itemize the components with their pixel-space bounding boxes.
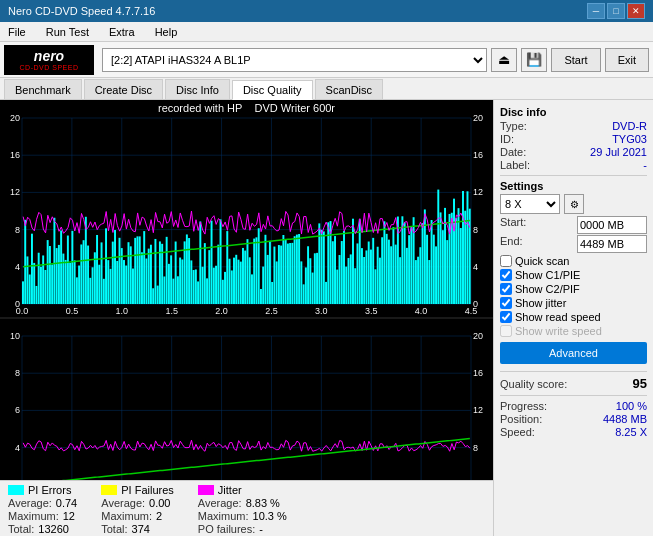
jitter-title: Jitter	[218, 484, 242, 496]
main-content: PI Errors Average: 0.74 Maximum: 12 Tota…	[0, 100, 653, 536]
speed-row: 8 X ⚙	[500, 194, 647, 214]
progress-row: Progress: 100 %	[500, 400, 647, 412]
progress-value: 100 %	[616, 400, 647, 412]
show-read-speed-label: Show read speed	[515, 311, 601, 323]
pi-failures-total: Total: 374	[101, 523, 174, 535]
pi-errors-title: PI Errors	[28, 484, 71, 496]
progress-label: Progress:	[500, 400, 547, 412]
disc-label-label: Label:	[500, 159, 530, 171]
menu-file[interactable]: File	[4, 24, 30, 40]
menubar: File Run Test Extra Help	[0, 22, 653, 42]
drive-selector[interactable]: [2:2] ATAPI iHAS324 A BL1P	[102, 48, 487, 72]
show-write-speed-checkbox[interactable]	[500, 325, 512, 337]
divider2	[500, 371, 647, 372]
nero-logo-text: nero	[34, 48, 64, 64]
right-panel: Disc info Type: DVD-R ID: TYG03 Date: 29…	[493, 100, 653, 536]
jitter-average: Average: 8.83 %	[198, 497, 287, 509]
tab-create-disc[interactable]: Create Disc	[84, 79, 163, 99]
disc-label-row: Label: -	[500, 159, 647, 171]
show-write-speed-row: Show write speed	[500, 325, 647, 337]
pi-errors-total: Total: 13260	[8, 523, 77, 535]
tab-scandisc[interactable]: ScanDisc	[315, 79, 383, 99]
tab-benchmark[interactable]: Benchmark	[4, 79, 82, 99]
start-mb-row: Start:	[500, 216, 647, 234]
exit-button[interactable]: Exit	[605, 48, 649, 72]
start-button[interactable]: Start	[551, 48, 600, 72]
quality-score-row: Quality score: 95	[500, 376, 647, 391]
divider3	[500, 395, 647, 396]
position-label: Position:	[500, 413, 542, 425]
disc-date-value: 29 Jul 2021	[590, 146, 647, 158]
show-read-speed-row: Show read speed	[500, 311, 647, 323]
show-jitter-row: Show jitter	[500, 297, 647, 309]
titlebar: Nero CD-DVD Speed 4.7.7.16 ─ □ ✕	[0, 0, 653, 22]
legend-pi-failures: PI Failures Average: 0.00 Maximum: 2 Tot…	[101, 484, 174, 535]
jitter-color	[198, 485, 214, 495]
end-mb-row: End:	[500, 235, 647, 253]
end-mb-label: End:	[500, 235, 523, 253]
pi-failures-title: PI Failures	[121, 484, 174, 496]
charts-canvas-area	[0, 100, 493, 536]
show-c2-label: Show C2/PIF	[515, 283, 580, 295]
legend-pi-errors: PI Errors Average: 0.74 Maximum: 12 Tota…	[8, 484, 77, 535]
close-button[interactable]: ✕	[627, 3, 645, 19]
disc-label-value: -	[643, 159, 647, 171]
pi-failures-color	[101, 485, 117, 495]
disc-type-row: Type: DVD-R	[500, 120, 647, 132]
jitter-po-failures: PO failures: -	[198, 523, 287, 535]
pi-errors-maximum: Maximum: 12	[8, 510, 77, 522]
titlebar-controls: ─ □ ✕	[587, 3, 645, 19]
maximize-button[interactable]: □	[607, 3, 625, 19]
position-value: 4488 MB	[603, 413, 647, 425]
quick-scan-checkbox[interactable]	[500, 255, 512, 267]
disc-type-value: DVD-R	[612, 120, 647, 132]
jitter-maximum: Maximum: 10.3 %	[198, 510, 287, 522]
position-row: Position: 4488 MB	[500, 413, 647, 425]
minimize-button[interactable]: ─	[587, 3, 605, 19]
show-read-speed-checkbox[interactable]	[500, 311, 512, 323]
disc-date-row: Date: 29 Jul 2021	[500, 146, 647, 158]
show-c2-row: Show C2/PIF	[500, 283, 647, 295]
end-mb-input[interactable]	[577, 235, 647, 253]
quality-score-value: 95	[633, 376, 647, 391]
menu-runtest[interactable]: Run Test	[42, 24, 93, 40]
show-write-speed-label: Show write speed	[515, 325, 602, 337]
disc-id-label: ID:	[500, 133, 514, 145]
charts-wrapper: PI Errors Average: 0.74 Maximum: 12 Tota…	[0, 100, 493, 536]
quick-scan-label: Quick scan	[515, 255, 569, 267]
advanced-button[interactable]: Advanced	[500, 342, 647, 364]
show-c1-row: Show C1/PIE	[500, 269, 647, 281]
speed-row2: Speed: 8.25 X	[500, 426, 647, 438]
toolbar: nero CD-DVD SPEED [2:2] ATAPI iHAS324 A …	[0, 42, 653, 78]
eject-icon-btn[interactable]: ⏏	[491, 48, 517, 72]
save-icon-btn[interactable]: 💾	[521, 48, 547, 72]
speed-select[interactable]: 8 X	[500, 194, 560, 214]
start-mb-input[interactable]	[577, 216, 647, 234]
quick-scan-row: Quick scan	[500, 255, 647, 267]
titlebar-title: Nero CD-DVD Speed 4.7.7.16	[8, 5, 155, 17]
tab-disc-quality[interactable]: Disc Quality	[232, 80, 313, 100]
show-jitter-checkbox[interactable]	[500, 297, 512, 309]
disc-date-label: Date:	[500, 146, 526, 158]
tab-disc-info[interactable]: Disc Info	[165, 79, 230, 99]
show-jitter-label: Show jitter	[515, 297, 566, 309]
show-c1-label: Show C1/PIE	[515, 269, 580, 281]
start-mb-label: Start:	[500, 216, 526, 234]
nero-logo-sub: CD-DVD SPEED	[20, 64, 79, 71]
quality-score-label: Quality score:	[500, 378, 567, 390]
settings-icon-btn[interactable]: ⚙	[564, 194, 584, 214]
show-c2-checkbox[interactable]	[500, 283, 512, 295]
menu-help[interactable]: Help	[151, 24, 182, 40]
menu-extra[interactable]: Extra	[105, 24, 139, 40]
pi-failures-maximum: Maximum: 2	[101, 510, 174, 522]
pi-errors-average: Average: 0.74	[8, 497, 77, 509]
speed-label: Speed:	[500, 426, 535, 438]
disc-id-row: ID: TYG03	[500, 133, 647, 145]
show-c1-checkbox[interactable]	[500, 269, 512, 281]
disc-info-title: Disc info	[500, 106, 647, 118]
nero-logo: nero CD-DVD SPEED	[4, 45, 94, 75]
pi-failures-average: Average: 0.00	[101, 497, 174, 509]
legend-jitter: Jitter Average: 8.83 % Maximum: 10.3 % P…	[198, 484, 287, 535]
legend-area: PI Errors Average: 0.74 Maximum: 12 Tota…	[0, 480, 493, 536]
settings-title: Settings	[500, 180, 647, 192]
